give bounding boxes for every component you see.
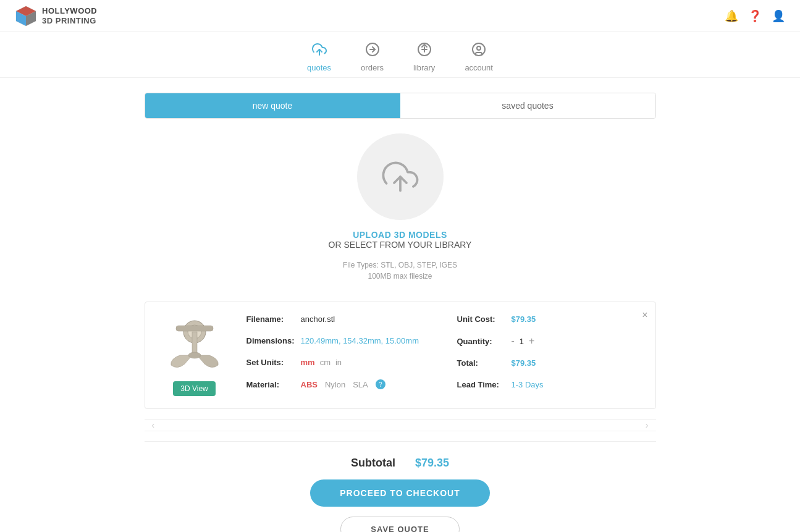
- unit-cost-value: $79.35: [512, 315, 536, 324]
- nav-item-account[interactable]: account: [465, 42, 493, 72]
- anchor-svg: [158, 315, 232, 376]
- checkout-button[interactable]: PROCEED TO CHECKOUT: [310, 479, 490, 507]
- tab-new-quote[interactable]: new quote: [145, 93, 400, 118]
- subtotal-value: $79.35: [415, 457, 449, 470]
- lead-time-row: Lead Time: 1-3 Days: [457, 380, 643, 389]
- total-value: $79.35: [512, 358, 536, 368]
- quantity-value: 1: [520, 337, 524, 346]
- material-row: Material: ABS Nylon SLA ?: [246, 379, 432, 389]
- filename-row: Filename: anchor.stl: [246, 315, 432, 324]
- file-preview: 3D View: [158, 315, 232, 396]
- anchor-3d-model: [158, 315, 232, 376]
- nav-item-library[interactable]: library: [413, 42, 435, 72]
- lead-time-value: 1-3 Days: [512, 380, 544, 389]
- upload-button[interactable]: [357, 133, 444, 220]
- right-details: Unit Cost: $79.35 Quantity: - 1 +: [457, 315, 643, 396]
- total-label: Total:: [457, 358, 507, 368]
- dimensions-row: Dimensions: 120.49mm, 154.32mm, 15.00mm: [246, 336, 432, 345]
- units-group: mm cm in: [301, 358, 342, 367]
- upload-text: UPLOAD 3D MODELS OR SELECT FROM YOUR LIB…: [329, 230, 472, 250]
- material-group: ABS Nylon SLA ?: [301, 379, 385, 389]
- nav-label-account: account: [465, 63, 493, 72]
- nav-item-quotes[interactable]: quotes: [307, 42, 331, 72]
- set-units-label: Set Units:: [246, 358, 296, 367]
- upload-link[interactable]: UPLOAD 3D MODELS: [329, 230, 472, 240]
- scroll-area: ‹ ›: [145, 419, 656, 431]
- upload-icon: [382, 158, 419, 195]
- units-row: Set Units: mm cm in: [246, 358, 432, 367]
- total-row: Total: $79.35: [457, 358, 643, 368]
- nav: quotes orders library: [0, 32, 800, 78]
- upload-hint: File Types: STL, OBJ, STEP, IGES 100MB m…: [343, 260, 457, 282]
- material-sla[interactable]: SLA: [353, 380, 368, 389]
- quantity-label: Quantity:: [457, 337, 507, 346]
- bell-icon[interactable]: 🔔: [725, 9, 738, 23]
- nav-item-orders[interactable]: orders: [361, 42, 384, 72]
- nav-label-library: library: [413, 63, 435, 72]
- header: HOLLYWOOD 3D PRINTING 🔔 ❓ 👤: [0, 0, 800, 32]
- view-3d-button[interactable]: 3D View: [173, 381, 215, 396]
- header-icons: 🔔 ❓ 👤: [725, 9, 785, 23]
- help-icon[interactable]: ❓: [748, 9, 762, 23]
- left-details: Filename: anchor.stl Dimensions: 120.49m…: [246, 315, 432, 396]
- unit-cm[interactable]: cm: [320, 358, 331, 367]
- tab-saved-quotes[interactable]: saved quotes: [400, 93, 655, 118]
- quantity-row: Quantity: - 1 +: [457, 336, 643, 346]
- save-quote-button[interactable]: SAVE QUOTE: [340, 517, 459, 532]
- quantity-minus[interactable]: -: [512, 336, 515, 346]
- svg-point-17: [188, 352, 201, 358]
- scroll-right-arrow[interactable]: ›: [646, 420, 649, 430]
- unit-cost-row: Unit Cost: $79.35: [457, 315, 643, 324]
- grid-icon: [417, 42, 432, 61]
- material-nylon[interactable]: Nylon: [325, 380, 345, 389]
- svg-rect-16: [176, 326, 213, 331]
- nav-label-quotes: quotes: [307, 63, 331, 72]
- circle-arrow-icon: [365, 42, 380, 61]
- scroll-left-arrow[interactable]: ‹: [152, 420, 155, 430]
- subtotal-label: Subtotal: [351, 457, 395, 470]
- upload-area: UPLOAD 3D MODELS OR SELECT FROM YOUR LIB…: [145, 133, 656, 282]
- close-button[interactable]: ×: [642, 310, 647, 321]
- quantity-plus[interactable]: +: [529, 336, 534, 346]
- dimensions-label: Dimensions:: [246, 336, 296, 345]
- file-card-inner: 3D View Filename: anchor.stl Dimensions:…: [158, 315, 643, 396]
- quote-tabs: new quote saved quotes: [145, 93, 656, 119]
- svg-point-11: [477, 46, 481, 50]
- subtotal-row: Subtotal $79.35: [351, 457, 449, 470]
- material-abs[interactable]: ABS: [301, 380, 318, 389]
- filename-label: Filename:: [246, 315, 296, 324]
- main-content: new quote saved quotes UPLOAD 3D MODELS …: [135, 78, 666, 532]
- file-card: ×: [145, 302, 656, 409]
- filename-value: anchor.stl: [301, 315, 335, 324]
- unit-cost-label: Unit Cost:: [457, 315, 507, 324]
- material-label: Material:: [246, 380, 296, 389]
- material-help-icon[interactable]: ?: [376, 379, 385, 389]
- upload-cloud-icon: [312, 42, 327, 61]
- nav-label-orders: orders: [361, 63, 384, 72]
- person-circle-icon: [471, 42, 486, 61]
- unit-mm[interactable]: mm: [301, 358, 315, 367]
- unit-in[interactable]: in: [335, 358, 342, 367]
- user-icon[interactable]: 👤: [772, 9, 785, 23]
- bottom-section: Subtotal $79.35 PROCEED TO CHECKOUT SAVE…: [145, 441, 656, 532]
- lead-time-label: Lead Time:: [457, 380, 507, 389]
- logo-text: HOLLYWOOD 3D PRINTING: [42, 6, 97, 25]
- svg-rect-15: [192, 332, 197, 355]
- dimensions-value: 120.49mm, 154.32mm, 15.00mm: [301, 336, 419, 345]
- quantity-control: - 1 +: [512, 336, 535, 346]
- logo: HOLLYWOOD 3D PRINTING: [15, 5, 97, 27]
- file-details: Filename: anchor.stl Dimensions: 120.49m…: [246, 315, 643, 396]
- upload-or-text: OR SELECT FROM YOUR LIBRARY: [329, 240, 472, 250]
- logo-icon: [15, 5, 37, 27]
